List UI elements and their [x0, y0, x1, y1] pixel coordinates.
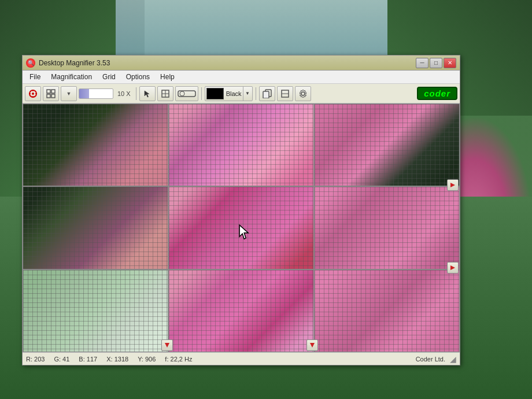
svg-point-1	[32, 93, 34, 95]
scroll-arrow-bottom-left[interactable]	[161, 339, 173, 351]
svg-marker-22	[239, 225, 248, 239]
scroll-down-mid-icon	[309, 342, 316, 349]
status-x: X: 1318	[106, 356, 128, 363]
x-label: X:	[106, 356, 112, 363]
color-selector[interactable]: Black ▼	[205, 86, 253, 101]
status-r: R: 203	[26, 356, 45, 363]
y-value: 906	[145, 356, 156, 363]
cursor-svg	[238, 224, 252, 240]
pixel-grid-panel	[23, 104, 460, 352]
grid-cell-mid-center	[168, 186, 314, 269]
scroll-arrow-right-lower[interactable]	[447, 262, 459, 274]
svg-rect-8	[47, 94, 50, 98]
grid-button[interactable]	[43, 86, 59, 101]
cursor-icon	[143, 90, 152, 98]
crosshair-icon	[161, 89, 170, 98]
maximize-button[interactable]: □	[430, 58, 442, 68]
svg-rect-9	[51, 94, 55, 98]
select-tool-button[interactable]	[139, 86, 156, 101]
g-value: 41	[62, 356, 69, 363]
title-bar: 🔍 Desktop Magnifier 3.53 ─ □ ✕	[23, 56, 460, 71]
zoom-slider[interactable]	[79, 88, 113, 99]
window-controls: ─ □ ✕	[416, 58, 456, 68]
grid-overlay-bl	[23, 270, 168, 352]
b-value: 117	[87, 356, 97, 363]
status-right: Coder Ltd. ◢	[416, 354, 456, 364]
x-value: 1318	[114, 356, 128, 363]
canvas-area	[23, 104, 460, 352]
grid-icon	[46, 89, 56, 98]
scroll-arrow-bottom-mid[interactable]	[306, 339, 318, 351]
window-title: Desktop Magnifier 3.53	[39, 59, 110, 67]
svg-rect-7	[51, 90, 55, 93]
status-g: G: 41	[54, 356, 69, 363]
separator-1	[136, 87, 136, 100]
color-label: Black	[225, 90, 243, 97]
svg-point-20	[301, 92, 305, 95]
r-value: 203	[34, 356, 45, 363]
grid-overlay-tr	[315, 104, 459, 186]
r-label: R:	[26, 356, 32, 363]
grid-overlay-br	[315, 270, 459, 352]
menu-bar: File Magnification Grid Options Help	[23, 71, 460, 84]
menu-grid[interactable]: Grid	[98, 72, 120, 82]
grid-overlay-bm	[169, 270, 313, 352]
grid-overlay-ml	[23, 187, 168, 268]
zoom-slider-fill	[79, 89, 89, 98]
grid-overlay-mc	[169, 187, 313, 268]
svg-marker-10	[145, 91, 149, 97]
scroll-right-lower-icon	[449, 264, 456, 271]
title-bar-left: 🔍 Desktop Magnifier 3.53	[26, 58, 110, 68]
status-f: f: 22,2 Hz	[165, 356, 192, 363]
target-button[interactable]	[25, 86, 41, 101]
crosshair-button[interactable]	[157, 86, 173, 101]
minimize-button[interactable]: ─	[416, 58, 428, 68]
copy1-button[interactable]	[259, 86, 275, 101]
menu-magnification[interactable]: Magnification	[46, 72, 97, 82]
dropdown-button[interactable]: ▼	[61, 86, 77, 101]
y-label: Y:	[138, 356, 143, 363]
close-button[interactable]: ✕	[444, 58, 456, 68]
menu-help[interactable]: Help	[156, 72, 179, 82]
copy2-icon	[280, 89, 290, 98]
color-swatch	[206, 88, 224, 99]
coder-logo: coder	[417, 87, 457, 100]
svg-marker-27	[310, 343, 315, 348]
grid-cell-top-center	[168, 104, 314, 186]
company-label: Coder Ltd.	[416, 356, 445, 363]
grid-overlay-mr	[315, 187, 459, 268]
grid-cell-bottom-right	[314, 269, 460, 352]
svg-point-15	[180, 91, 184, 96]
app-icon: 🔍	[26, 58, 35, 68]
f-value: 22,2 Hz	[171, 356, 193, 363]
svg-rect-6	[47, 90, 50, 93]
svg-marker-25	[165, 343, 169, 348]
svg-marker-23	[450, 183, 455, 187]
menu-options[interactable]: Options	[121, 72, 154, 82]
svg-rect-17	[263, 91, 269, 98]
resize-handle[interactable]: ◢	[450, 354, 456, 364]
grid-overlay-tc	[169, 104, 313, 186]
lens-button[interactable]	[175, 86, 198, 101]
grid-cell-mid-left	[23, 186, 168, 269]
zoom-label: 10 X	[117, 90, 131, 97]
copy2-button[interactable]	[277, 86, 293, 101]
app-window: 🔍 Desktop Magnifier 3.53 ─ □ ✕ File Magn…	[22, 55, 460, 365]
copy1-icon	[263, 89, 272, 98]
grid-cell-top-left	[23, 104, 168, 186]
color-dropdown-arrow[interactable]: ▼	[243, 86, 252, 101]
target-icon	[28, 89, 38, 98]
separator-3	[256, 87, 256, 100]
b-label: B:	[79, 356, 84, 363]
g-label: G:	[54, 356, 61, 363]
settings-button[interactable]	[295, 86, 311, 101]
grid-cell-bottom-left	[23, 269, 168, 352]
status-y: Y: 906	[138, 356, 156, 363]
scroll-arrow-right-mid[interactable]	[447, 179, 459, 191]
svg-marker-24	[450, 265, 455, 270]
svg-marker-21	[300, 90, 306, 98]
settings-icon	[298, 89, 308, 98]
scroll-down-left-icon	[164, 342, 171, 349]
separator-2	[201, 87, 202, 100]
menu-file[interactable]: File	[25, 72, 45, 82]
